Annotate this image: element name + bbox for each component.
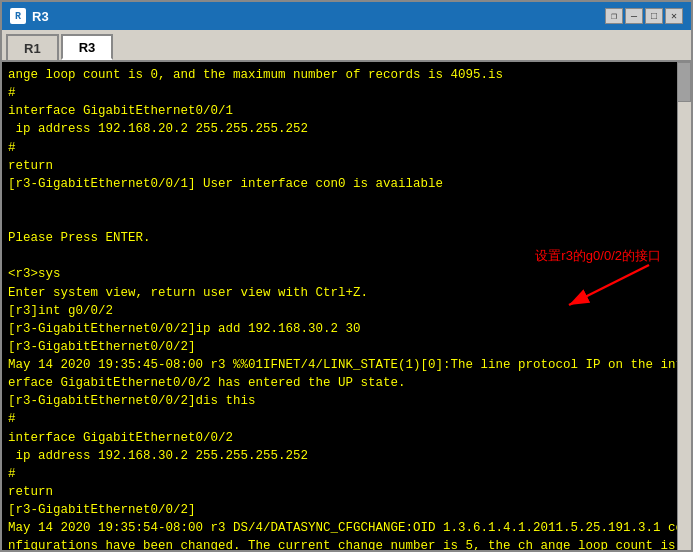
main-window: R R3 ❐ — □ ✕ R1 R3 ange loop count is 0,… [0,0,693,552]
restore-button[interactable]: ❐ [605,8,623,24]
scrollbar-thumb[interactable] [677,62,691,102]
terminal-area: ange loop count is 0, and the maximum nu… [2,62,691,550]
maximize-button[interactable]: □ [645,8,663,24]
tab-bar: R1 R3 [2,30,691,62]
terminal-text: ange loop count is 0, and the maximum nu… [8,66,685,550]
tab-R1[interactable]: R1 [6,34,59,60]
terminal-content[interactable]: ange loop count is 0, and the maximum nu… [2,62,691,550]
minimize-button[interactable]: — [625,8,643,24]
close-button[interactable]: ✕ [665,8,683,24]
window-icon: R [10,8,26,24]
window-controls: ❐ — □ ✕ [605,8,683,24]
scrollbar-track[interactable] [677,62,691,550]
tab-R3[interactable]: R3 [61,34,114,60]
window-title: R3 [32,9,599,24]
title-bar: R R3 ❐ — □ ✕ [2,2,691,30]
